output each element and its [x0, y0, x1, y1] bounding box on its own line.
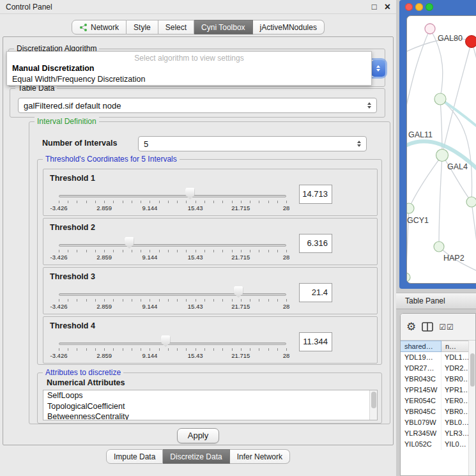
slider-track[interactable] [59, 195, 286, 197]
slider-minor-tick [232, 201, 233, 203]
node-gal11[interactable] [434, 93, 446, 105]
slider-ticks [59, 348, 286, 351]
node-hap2[interactable] [434, 242, 444, 252]
node[interactable] [466, 197, 476, 207]
list-item[interactable]: BetweennessCentrality [43, 411, 377, 420]
tab-discretize-data[interactable]: Discretize Data [163, 449, 229, 464]
table-cell[interactable]: YBR043C [401, 374, 441, 385]
table-cell[interactable]: YBL079W [401, 417, 441, 428]
mac-zoom-icon[interactable] [426, 3, 433, 11]
dropdown-option-manual-discretization[interactable]: Manual Discretization [7, 63, 371, 73]
tab-style[interactable]: Style [127, 20, 158, 35]
apply-button[interactable]: Apply [177, 428, 219, 443]
threshold-2-slider[interactable]: -3.4262.8599.14415.4321.71528 [59, 219, 286, 266]
threshold-1-slider[interactable]: -3.4262.8599.14415.4321.71528 [59, 169, 286, 217]
slider-tick-label: 15.43 [188, 204, 203, 211]
table-data-combobox[interactable]: galFiltered.sif default node [18, 98, 377, 113]
threshold-value-field[interactable]: 11.344 [299, 332, 332, 351]
table-cell[interactable]: YDR27… [401, 363, 441, 374]
node-gal80[interactable] [425, 24, 435, 34]
threshold-value-field[interactable]: 14.713 [299, 185, 332, 204]
slider-track[interactable] [59, 342, 286, 345]
table-row[interactable]: YPR145WYPR1… [401, 385, 475, 395]
threshold-value-field[interactable]: 6.316 [299, 234, 332, 253]
combobox-arrows-icon[interactable] [371, 60, 385, 77]
slider-minor-tick [86, 348, 87, 351]
slider-minor-tick [232, 348, 233, 351]
slider-thumb[interactable] [234, 286, 243, 298]
table-panel: ⚙ ☑☑ shared… n… YDL19…YDL1… YDR27…YDR2… … [400, 313, 476, 476]
tab-infer-network[interactable]: Infer Network [230, 449, 290, 464]
network-canvas[interactable]: GAL80 GAL11 GAL4 GCY1 HAP2 [406, 15, 476, 284]
tab-network[interactable]: Network [72, 20, 127, 35]
threshold-4-slider[interactable]: -3.4262.8599.14415.4321.71528 [59, 317, 286, 364]
group-title: Attributes to discretize [43, 368, 123, 377]
network-view-window: GAL80 GAL11 GAL4 GCY1 HAP2 [399, 0, 476, 289]
column-header-shared[interactable]: shared… [401, 341, 441, 352]
slider-minor-tick [168, 299, 169, 302]
spinner-arrows-icon[interactable] [357, 141, 361, 147]
table-cell[interactable]: YER054C [401, 395, 441, 406]
slider-thumb[interactable] [161, 335, 171, 347]
slider-thumb[interactable] [185, 188, 195, 199]
slider-track[interactable] [59, 293, 286, 296]
numerical-attributes-list[interactable]: SelfLoops TopologicalCoefficient Between… [43, 390, 378, 420]
gear-icon[interactable]: ⚙ [406, 321, 416, 332]
tab-jactivemnodules[interactable]: jActiveMNodules [253, 20, 325, 35]
node-gal4[interactable] [436, 150, 449, 162]
slider-minor-tick [159, 299, 160, 302]
mac-close-icon[interactable] [405, 3, 413, 11]
table-columns-icon[interactable] [422, 322, 433, 332]
slider-minor-tick [95, 250, 96, 252]
table-row[interactable]: YBR045CYBR0… [401, 406, 475, 417]
table-cell[interactable]: YBR045C [401, 406, 441, 417]
list-item[interactable]: TopologicalCoefficient [43, 401, 377, 412]
number-of-intervals-combobox[interactable]: 5 [138, 136, 367, 151]
scrollbar-thumb[interactable] [371, 392, 376, 408]
slider-minor-tick [150, 348, 150, 351]
spinner-arrows-icon[interactable] [367, 102, 371, 109]
algorithm-dropdown-list: Select algorithm to view settings Manual… [6, 51, 372, 86]
threshold-3-slider[interactable]: -3.4262.8599.14415.4321.71528 [59, 268, 286, 315]
slider-minor-tick [123, 348, 123, 351]
slider-minor-tick [113, 250, 114, 252]
slider-minor-tick [186, 299, 187, 302]
mac-minimize-icon[interactable] [415, 3, 423, 11]
slider-minor-tick [241, 348, 242, 351]
dropdown-option-equal-width-frequency[interactable]: Equal Width/Frequency Discretization [7, 73, 371, 84]
table-scrollbar[interactable] [468, 341, 475, 475]
slider-track[interactable] [59, 244, 286, 247]
slider-tick-labels: -3.4262.8599.14415.4321.71528 [59, 254, 286, 261]
table-cell[interactable]: YLR345W [401, 428, 441, 439]
node-gcy1[interactable] [407, 203, 414, 213]
table-row[interactable]: YBR043CYBR0… [401, 374, 475, 385]
table-row[interactable]: YBL079WYBL0… [401, 417, 475, 428]
table-row[interactable]: YDL19…YDL1… [401, 352, 475, 363]
table-row[interactable]: YIL052CYIL0… [401, 439, 475, 450]
node-highlighted[interactable] [466, 36, 476, 48]
tab-impute-data[interactable]: Impute Data [106, 449, 163, 464]
float-window-icon[interactable]: □ [372, 3, 377, 11]
scrollbar-thumb[interactable] [470, 353, 475, 387]
select-columns-checkboxes-icon[interactable]: ☑☑ [439, 323, 454, 332]
table-cell[interactable]: YDL19… [401, 352, 441, 363]
node[interactable] [407, 273, 410, 282]
slider-minor-tick [250, 348, 250, 351]
slider-minor-tick [159, 348, 160, 351]
table-row[interactable]: YDR27…YDR2… [401, 363, 475, 374]
table-row[interactable]: YER054CYER0… [401, 395, 475, 406]
table-row[interactable]: YLR345WYLR3… [401, 428, 475, 439]
table-cell[interactable]: YIL052C [401, 439, 441, 450]
tab-select[interactable]: Select [158, 20, 194, 35]
close-icon[interactable]: × [385, 2, 390, 12]
attributes-group: Attributes to discretize Numerical Attri… [37, 372, 382, 424]
table-cell[interactable]: YPR145W [401, 385, 441, 395]
threshold-value-field[interactable]: 21.4 [299, 283, 332, 302]
slider-minor-tick [259, 348, 259, 351]
slider-minor-tick [222, 299, 223, 302]
node-label: GAL80 [438, 34, 463, 43]
tab-cyni-toolbox[interactable]: Cyni Toolbox [194, 20, 252, 35]
list-item[interactable]: SelfLoops [43, 390, 377, 401]
list-scrollbar[interactable] [369, 390, 377, 420]
slider-thumb[interactable] [125, 237, 134, 249]
